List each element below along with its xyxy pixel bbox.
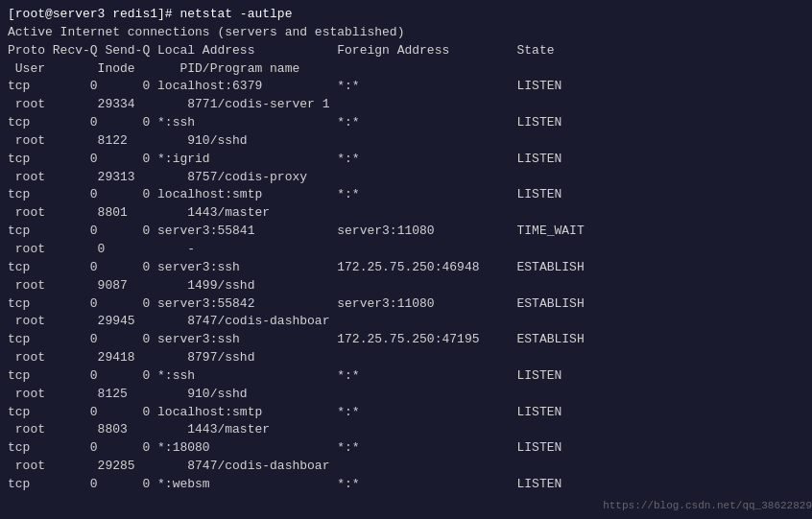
terminal-line-5: tcp 0 0 localhost:6379 *:* LISTEN [8, 78, 804, 96]
terminal-line-11: tcp 0 0 localhost:smtp *:* LISTEN [8, 186, 804, 204]
terminal-line-23: tcp 0 0 localhost:smtp *:* LISTEN [8, 404, 804, 422]
terminal-line-15: tcp 0 0 server3:ssh 172.25.75.250:46948 … [8, 259, 804, 277]
watermark: https://blog.csdn.net/qq_38622829 [603, 500, 812, 511]
terminal-line-12: root 8801 1443/master [8, 204, 804, 223]
terminal-line-22: root 8125 910/sshd [8, 386, 804, 404]
terminal-line-27: tcp 0 0 *:websm *:* LISTEN [8, 476, 804, 494]
terminal-line-25: tcp 0 0 *:18080 *:* LISTEN [8, 439, 804, 458]
terminal-line-24: root 8803 1443/master [8, 421, 804, 439]
terminal-line-10: root 29313 8757/codis-proxy [8, 169, 804, 187]
terminal-line-13: tcp 0 0 server3:55841 server3:11080 TIME… [8, 223, 804, 241]
terminal-line-21: tcp 0 0 *:ssh *:* LISTEN [8, 367, 804, 386]
terminal-line-8: root 8122 910/sshd [8, 132, 804, 151]
terminal-line-3: Proto Recv-Q Send-Q Local Address Foreig… [8, 42, 804, 60]
terminal-line-1: [root@server3 redis1]# netstat -autlpe [8, 6, 804, 24]
terminal-line-20: root 29418 8797/sshd [8, 349, 804, 367]
terminal-line-2: Active Internet connections (servers and… [8, 24, 804, 42]
terminal-window: [root@server3 redis1]# netstat -autlpeAc… [0, 0, 812, 519]
terminal-line-18: root 29945 8747/codis-dashboar [8, 313, 804, 331]
terminal-line-14: root 0 - [8, 241, 804, 259]
terminal-line-6: root 29334 8771/codis-server 1 [8, 96, 804, 114]
terminal-line-16: root 9087 1499/sshd [8, 277, 804, 295]
terminal-line-19: tcp 0 0 server3:ssh 172.25.75.250:47195 … [8, 331, 804, 349]
terminal-line-4: User Inode PID/Program name [8, 60, 804, 79]
terminal-line-26: root 29285 8747/codis-dashboar [8, 458, 804, 476]
terminal-line-9: tcp 0 0 *:igrid *:* LISTEN [8, 151, 804, 169]
terminal-line-17: tcp 0 0 server3:55842 server3:11080 ESTA… [8, 295, 804, 314]
terminal-line-7: tcp 0 0 *:ssh *:* LISTEN [8, 114, 804, 132]
